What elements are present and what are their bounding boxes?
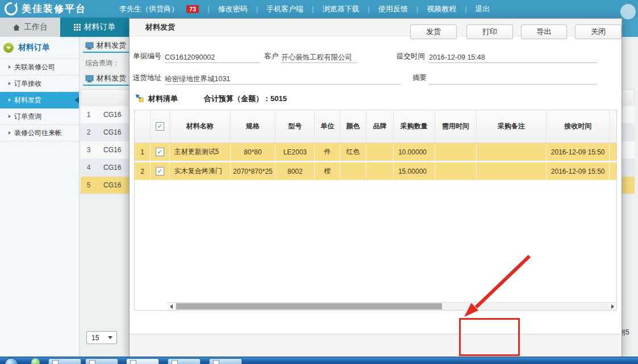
table-row[interactable]: 2 ✓ 实木复合烤漆门 2070*870*25 8002 樘 15.00000 … — [135, 162, 616, 182]
material-list-icon[interactable] — [135, 93, 144, 104]
cell-brand — [366, 143, 394, 161]
menu-change-password[interactable]: 修改密码 — [199, 4, 247, 14]
windows-taskbar — [0, 357, 638, 364]
bullet-icon — [9, 98, 11, 102]
top-bar: 美佳装修平台 李先生（供货商） 73 修改密码 手机客户端 浏览器下载 使用反馈… — [0, 0, 638, 18]
horizontal-scrollbar[interactable] — [167, 302, 616, 310]
scroll-right-icon — [611, 304, 614, 309]
row-number: 3 — [81, 146, 97, 154]
col-header-unit: 单位 — [315, 110, 340, 143]
annotation-highlight-box — [459, 318, 520, 356]
order-code: CG16 — [97, 146, 121, 154]
select-all-header: ✓ — [151, 110, 170, 143]
scrollbar-track[interactable] — [175, 303, 608, 310]
cell-need-time — [435, 162, 477, 180]
tab-workbench[interactable]: 工作台 — [0, 18, 60, 37]
bg-search-label: 综合查询： — [85, 58, 119, 68]
cell-color — [340, 162, 366, 180]
sidebar-item-material-shipment[interactable]: 材料发货 — [0, 92, 79, 108]
chevron-down-icon — [108, 336, 112, 339]
menu-video-tutorial[interactable]: 视频教程 — [408, 4, 456, 14]
cell-name: 主材更新测试5 — [170, 143, 231, 161]
row-checkbox[interactable]: ✓ — [156, 148, 164, 156]
cell-name: 实木复合烤漆门 — [170, 162, 231, 180]
ship-button[interactable]: 发货 — [410, 24, 457, 39]
notification-badge[interactable]: 73 — [186, 5, 199, 13]
bg-panel-title: 材料发货 — [85, 40, 126, 51]
export-button[interactable]: 导出 — [521, 24, 567, 39]
menu-mobile-client[interactable]: 手机客户端 — [248, 4, 303, 14]
user-info[interactable]: 李先生（供货商） — [119, 4, 178, 14]
scroll-right-button[interactable] — [608, 303, 616, 310]
row-checkbox[interactable]: ✓ — [156, 167, 164, 175]
budget-value: 5015 — [270, 94, 287, 103]
monitor-icon — [85, 42, 94, 49]
material-list-title: 材料清单 — [148, 94, 178, 104]
bullet-icon — [9, 82, 11, 85]
active-notch-icon — [74, 97, 79, 103]
menu-browser-download[interactable]: 浏览器下载 — [303, 4, 359, 14]
sidebar-item-label: 材料发货 — [14, 95, 41, 105]
taskbar-app-button[interactable] — [168, 358, 201, 364]
sidebar-item-linked-companies[interactable]: 关联装修公司 — [0, 59, 79, 76]
brand-logo-icon — [5, 2, 18, 15]
bullet-icon — [9, 65, 11, 69]
monitor-icon — [85, 75, 94, 82]
taskbar-app-button[interactable] — [48, 358, 81, 364]
row-select-cell: ✓ — [151, 143, 170, 161]
cell-brand — [366, 162, 394, 180]
tab-material-orders-label: 材料订单 — [84, 22, 116, 32]
tab-material-orders[interactable]: 材料订单 — [60, 18, 129, 37]
menu-logout[interactable]: 退出 — [456, 4, 490, 14]
taskbar-app-button[interactable] — [126, 358, 159, 364]
summary-field[interactable] — [429, 73, 597, 85]
submit-time-label: 提交时间 — [397, 52, 425, 61]
select-all-checkbox[interactable]: ✓ — [156, 122, 164, 131]
sidebar-group-material-orders[interactable]: 材料订单 — [0, 37, 79, 59]
table-row[interactable]: 1 ✓ 主材更新测试5 80*80 LE2003 件 红色 10.00000 2… — [135, 143, 616, 162]
cell-spec: 80*80 — [231, 143, 276, 161]
taskbar-app-button[interactable] — [209, 358, 242, 364]
row-number: 4 — [81, 164, 97, 171]
submit-time-field[interactable]: 2016-12-09 15:48 — [429, 52, 597, 63]
filler-header — [610, 110, 616, 143]
top-menu: 修改密码 手机客户端 浏览器下载 使用反馈 视频教程 退出 — [199, 4, 490, 14]
collapse-circle-icon — [3, 43, 14, 53]
cell-need-time — [435, 143, 477, 161]
sidebar-item-order-query[interactable]: 订单查询 — [0, 108, 79, 125]
print-button[interactable]: 打印 — [466, 24, 513, 39]
col-header-brand: 品牌 — [366, 110, 394, 143]
taskbar-app-button[interactable] — [85, 358, 118, 364]
scrollbar-thumb[interactable] — [176, 303, 442, 309]
cell-unit: 件 — [315, 143, 340, 161]
order-code: CG16 — [97, 164, 121, 171]
help-circle-button[interactable] — [620, 4, 636, 19]
material-shipment-dialog: 材料发货 × 单据编号 CG1612090002 客户 开心装饰工程有限公司 提… — [129, 18, 622, 358]
page-size-value: 15 — [91, 334, 99, 342]
material-grid: ✓ 材料名称 规格 型号 单位 颜色 品牌 采购数量 需用时间 采购备注 接收时… — [134, 110, 617, 311]
bg-panel-title-text: 材料发货 — [97, 73, 126, 83]
sidebar-item-label: 订单查询 — [14, 112, 41, 122]
cell-unit: 樘 — [315, 162, 340, 180]
order-code: CG16 — [97, 111, 121, 119]
cell-spec: 2070*870*25 — [231, 162, 276, 180]
sidebar-item-order-receive[interactable]: 订单接收 — [0, 76, 79, 92]
col-header-color: 颜色 — [340, 110, 366, 143]
start-button[interactable] — [5, 358, 18, 364]
budget-total: 合计预算（金额）：5015 — [204, 94, 287, 104]
cell-qty: 10.00000 — [394, 143, 435, 161]
scroll-left-button[interactable] — [167, 303, 175, 310]
col-header-name: 材料名称 — [170, 110, 231, 143]
address-field[interactable]: 哈密绿地世界城1031 — [165, 73, 401, 85]
menu-feedback[interactable]: 使用反馈 — [359, 4, 407, 14]
close-button[interactable]: 关闭 — [575, 24, 622, 39]
row-number: 1 — [81, 111, 97, 119]
page-size-select[interactable]: 15 — [86, 331, 117, 344]
grid-icon — [74, 24, 81, 31]
taskbar-tray-icon[interactable] — [31, 358, 40, 364]
doc-no-label: 单据编号 — [133, 52, 161, 61]
customer-field[interactable]: 开心装饰工程有限公司 — [281, 52, 357, 63]
home-icon — [12, 24, 20, 31]
sidebar-item-company-accounts[interactable]: 装修公司往来帐 — [0, 125, 79, 141]
doc-no-field[interactable]: CG1612090002 — [165, 52, 260, 63]
